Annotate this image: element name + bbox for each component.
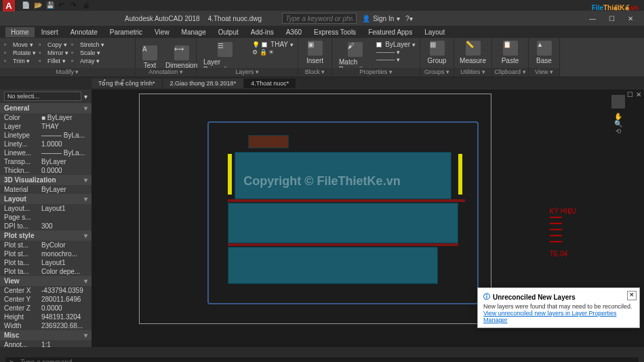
props-section-header[interactable]: General▾ (0, 103, 92, 113)
property-row[interactable]: Page s... (0, 213, 92, 222)
ribbon-groups-label[interactable]: Groups ▾ (420, 68, 454, 77)
menu-tab-view[interactable]: View (149, 27, 175, 37)
ribbon-properties-label[interactable]: Properties ▾ (332, 68, 420, 77)
stretch-button[interactable]: ▫Stretch ▾ (71, 41, 104, 48)
props-section-header[interactable]: Misc▾ (0, 330, 92, 340)
ribbon-modify-label[interactable]: Modify ▾ (0, 68, 135, 77)
property-row[interactable]: Center Z0.0000 (0, 304, 92, 313)
ribbon-view-label[interactable]: View ▾ (529, 68, 559, 77)
notification-popup: ✕ ⓘ Unreconciled New Layers New layers w… (477, 287, 640, 328)
property-row[interactable]: Width2369230.68... (0, 321, 92, 330)
menu-tab-home[interactable]: Home (5, 27, 35, 37)
document-tab[interactable]: 4.Thoat nuoc* (244, 79, 296, 88)
app-name: Autodesk AutoCAD 2018 (125, 15, 200, 22)
help-icon[interactable]: ?▾ (405, 15, 413, 22)
insert-button[interactable]: ▣Insert (302, 39, 327, 66)
drawing-frame (139, 94, 491, 324)
props-section-header[interactable]: View▾ (0, 276, 92, 286)
selection-dropdown[interactable]: No selecti... (4, 92, 81, 101)
notification-close-button[interactable]: ✕ (627, 291, 637, 300)
redo-icon[interactable]: ↷ (71, 1, 79, 9)
maximize-button[interactable]: ☐ (606, 14, 617, 23)
property-row[interactable]: Plot st...monochro... (0, 249, 92, 258)
scale-button[interactable]: ▫Scale ▾ (71, 49, 104, 56)
property-row[interactable]: Linetype——— ByLa... (0, 131, 92, 140)
ribbon-clipboard-label[interactable]: Clipboard ▾ (492, 68, 528, 77)
ribbon-layers-label[interactable]: Layers ▾ (197, 68, 298, 77)
measure-button[interactable]: 📏Measure (458, 39, 487, 66)
menu-tab-insert[interactable]: Insert (36, 27, 64, 37)
move-button[interactable]: ▫Move ▾ (4, 41, 36, 48)
menu-tab-manage[interactable]: Manage (176, 27, 212, 37)
vp-maximize-icon[interactable]: ☐ (627, 91, 633, 98)
menu-tab-parametric[interactable]: Parametric (104, 27, 148, 37)
property-row[interactable]: MaterialByLayer (0, 185, 92, 194)
props-section-header[interactable]: Plot style▾ (0, 230, 92, 241)
ribbon-utilities-label[interactable]: Utilities ▾ (454, 68, 491, 77)
app-logo[interactable]: A (3, 0, 15, 12)
property-row[interactable]: Transp...ByLayer (0, 157, 92, 166)
search-input[interactable] (282, 13, 357, 24)
base-button[interactable]: ▲Base (533, 39, 555, 66)
menu-tab-annotate[interactable]: Annotate (65, 27, 103, 37)
property-row[interactable]: Plot ta...Color depe... (0, 267, 92, 276)
zoom-icon[interactable]: 🔍 (611, 120, 625, 127)
menu-tab-add-ins[interactable]: Add-ins (245, 27, 279, 37)
property-row[interactable]: DPI to...300 (0, 222, 92, 230)
property-row[interactable]: Center X-433794.0359 (0, 286, 92, 295)
print-icon[interactable]: 🖨 (83, 1, 91, 9)
linetype-dropdown[interactable]: ——— ▾ (376, 56, 416, 63)
command-prompt-icon: >_ (9, 359, 17, 362)
array-button[interactable]: ▫Array ▾ (71, 57, 104, 64)
property-row[interactable]: Thickn...0.0000 (0, 166, 92, 175)
document-tab[interactable]: Tổng thể công trình* (92, 79, 162, 88)
minimize-button[interactable]: — (587, 14, 598, 23)
property-row[interactable]: Color■ ByLayer (0, 113, 92, 122)
rotate-button[interactable]: ▫Rotate ▾ (4, 49, 36, 56)
sign-in-button[interactable]: 👤 Sign In ▾ (362, 15, 400, 22)
property-row[interactable]: Layout...Layout1 (0, 204, 92, 213)
menu-tab-a360[interactable]: A360 (281, 27, 307, 37)
layer-state-icon[interactable]: ⚙ 🔒 ☀ (252, 49, 294, 56)
property-row[interactable]: Plot st...ByColor (0, 241, 92, 249)
property-row[interactable]: Linewe...——— ByLa... (0, 148, 92, 157)
document-tab[interactable]: 2.Giao thong 28.9.2018* (163, 79, 243, 88)
menu-tab-express-tools[interactable]: Express Tools (308, 27, 361, 37)
copy-button[interactable]: ▫Copy ▾ (39, 41, 68, 48)
ribbon-block-label[interactable]: Block ▾ (298, 68, 331, 77)
property-row[interactable]: Annot...1:1 (0, 340, 92, 347)
command-input[interactable] (20, 359, 635, 362)
group-button[interactable]: ▦Group (424, 39, 449, 66)
save-icon[interactable]: 💾 (46, 1, 54, 9)
vp-close-icon[interactable]: ✕ (636, 91, 641, 98)
orbit-icon[interactable]: ⟲ (611, 127, 625, 135)
navigation-bar[interactable]: ✋ 🔍 ⟲ (611, 95, 625, 197)
property-row[interactable]: Center Y280011.6496 (0, 295, 92, 304)
lineweight-dropdown[interactable]: ——— ▾ (376, 49, 416, 56)
property-row[interactable]: Height948191.3204 (0, 313, 92, 321)
drawing-annotations: KÝ HIỆU━━━━━━━━━━━━━━━ TE.04 (550, 208, 576, 257)
new-icon[interactable]: 📄 (22, 1, 30, 9)
layer-dropdown[interactable]: 💡THAY ▾ (252, 41, 294, 48)
pan-icon[interactable]: ✋ (611, 113, 625, 120)
property-row[interactable]: LayerTHAY (0, 122, 92, 131)
fillet-button[interactable]: ▫Fillet ▾ (39, 57, 68, 64)
pickset-icon[interactable]: ▾ (84, 93, 87, 100)
menu-tab-layout[interactable]: Layout (419, 27, 450, 37)
view-cube-icon[interactable] (611, 95, 625, 108)
props-section-header[interactable]: Layout▾ (0, 194, 92, 204)
property-row[interactable]: Linety...1.0000 (0, 140, 92, 148)
props-section-header[interactable]: 3D Visualization▾ (0, 175, 92, 185)
open-icon[interactable]: 📂 (34, 1, 42, 9)
property-row[interactable]: Plot ta...Layout1 (0, 258, 92, 267)
paste-button[interactable]: 📋Paste (496, 39, 524, 66)
notification-link[interactable]: View unreconciled new layers in Layer Pr… (483, 310, 634, 323)
ribbon-annotation-label[interactable]: Annotation ▾ (136, 68, 196, 77)
menu-tab-output[interactable]: Output (213, 27, 244, 37)
mirror-button[interactable]: ▫Mirror ▾ (39, 49, 68, 56)
close-button[interactable]: ✕ (625, 14, 636, 23)
color-dropdown[interactable]: ByLayer ▾ (376, 41, 416, 48)
undo-icon[interactable]: ↶ (58, 1, 66, 9)
trim-button[interactable]: ▫Trim ▾ (4, 57, 36, 64)
menu-tab-featured-apps[interactable]: Featured Apps (363, 27, 418, 37)
